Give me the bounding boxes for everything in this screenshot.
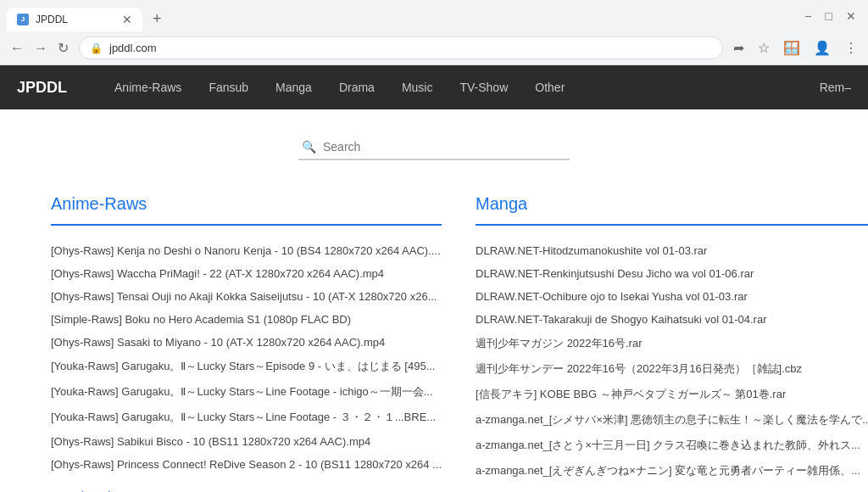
window-minimize-button[interactable]: − — [799, 8, 816, 25]
search-box: 🔍 — [298, 135, 570, 160]
list-item[interactable]: [Ohys-Raws] Kenja no Deshi o Nanoru Kenj… — [51, 239, 442, 262]
window-close-button[interactable]: ✕ — [841, 8, 861, 25]
list-item[interactable]: [信長アキラ] KOBE BBG ～神戸ベタプミガールズ～ 第01巻.rar — [476, 382, 868, 407]
menu-button[interactable]: ⋮ — [841, 36, 861, 59]
list-item[interactable]: a-zmanga.net_[えぞぎんぎつね×ナニン] 変な竜と元勇者パーティー雑… — [476, 458, 868, 484]
list-item[interactable]: DLRAW.NET-Renkinjutsushi Desu Jicho wa v… — [476, 262, 868, 285]
site-navbar: JPDDL Anime-Raws Fansub Manga Drama Musi… — [0, 65, 868, 109]
list-item[interactable]: 週刊少年サンデー 2022年16号（2022年3月16日発売）［雑誌].cbz — [476, 356, 868, 382]
list-item[interactable]: DLRAW.NET-Takarakuji de Shogyo Kaihatsuk… — [476, 308, 868, 331]
list-item[interactable]: [Ohys-Raws] Tensai Ouji no Akaji Kokka S… — [51, 285, 442, 308]
refresh-button[interactable]: ↻ — [54, 36, 72, 59]
nav-link-drama[interactable]: Drama — [326, 67, 388, 108]
tab-close-button[interactable]: ✕ — [122, 13, 132, 26]
manga-section: Manga DLRAW.NET-Hitodzumanokushite vol 0… — [459, 186, 868, 492]
manga-divider — [476, 224, 868, 226]
anime-raws-title: Anime-Raws — [51, 194, 442, 214]
tab-favicon: J — [17, 14, 29, 25]
list-item[interactable]: [Youka-Raws] Garugaku。Ⅱ～Lucky Stars～Epis… — [51, 354, 442, 379]
forward-button[interactable]: → — [31, 36, 51, 59]
manga-list: DLRAW.NET-Hitodzumanokushite vol 01-03.r… — [476, 239, 868, 484]
anime-raws-list: [Ohys-Raws] Kenja no Deshi o Nanoru Kenj… — [51, 239, 442, 476]
extensions-button[interactable]: 🪟 — [780, 36, 804, 59]
content-area: Anime-Raws [Ohys-Raws] Kenja no Deshi o … — [0, 177, 868, 492]
browser-tab[interactable]: J JPDDL ✕ — [7, 8, 142, 31]
nav-link-other[interactable]: Other — [521, 67, 578, 108]
manga-title: Manga — [476, 194, 868, 214]
share-button[interactable]: ➦ — [730, 36, 748, 59]
new-tab-button[interactable]: + — [146, 7, 169, 31]
nav-right-link[interactable]: Rem– — [820, 81, 851, 94]
nav-link-fansub[interactable]: Fansub — [195, 67, 262, 108]
list-item[interactable]: [Ohys-Raws] Waccha PriMagi! - 22 (AT-X 1… — [51, 262, 442, 285]
window-maximize-button[interactable]: □ — [821, 8, 837, 25]
list-item[interactable]: [Ohys-Raws] Princess Connect! ReDive Sea… — [51, 453, 442, 476]
search-input[interactable] — [323, 140, 566, 154]
list-item[interactable]: [Ohys-Raws] Sasaki to Miyano - 10 (AT-X … — [51, 331, 442, 354]
list-item[interactable]: DLRAW.NET-Hitodzumanokushite vol 01-03.r… — [476, 239, 868, 262]
anime-raws-section: Anime-Raws [Ohys-Raws] Kenja no Deshi o … — [34, 186, 459, 492]
list-item[interactable]: 週刊少年マガジン 2022年16号.rar — [476, 331, 868, 356]
nav-link-anime-raws[interactable]: Anime-Raws — [101, 67, 195, 108]
address-bar[interactable]: 🔒 jpddl.com — [79, 36, 723, 59]
list-item[interactable]: [Simple-Raws] Boku no Hero Academia S1 (… — [51, 308, 442, 331]
search-icon: 🔍 — [302, 140, 316, 154]
lock-icon: 🔒 — [90, 42, 103, 54]
search-area: 🔍 — [0, 109, 868, 177]
nav-links: Anime-Raws Fansub Manga Drama Music TV-S… — [101, 67, 820, 108]
nav-link-tvshow[interactable]: TV-Show — [446, 67, 521, 108]
bookmark-button[interactable]: ☆ — [754, 36, 773, 59]
list-item[interactable]: a-zmanga.net_[さとう×十三月一日] クラス召喚に巻き込まれた教師、… — [476, 433, 868, 458]
list-item[interactable]: [Ohys-Raws] Sabikui Bisco - 10 (BS11 128… — [51, 430, 442, 453]
list-item[interactable]: [Youka-Raws] Garugaku。Ⅱ～Lucky Stars～Line… — [51, 379, 442, 405]
back-button[interactable]: ← — [7, 36, 27, 59]
list-item[interactable]: a-zmanga.net_[シメサバ×米津] 悪徳領主の息子に転生！～楽しく魔法… — [476, 407, 868, 433]
list-item[interactable]: DLRAW.NET-Ochibure ojo to Isekai Yusha v… — [476, 285, 868, 308]
tab-title: JPDDL — [36, 14, 115, 25]
nav-link-music[interactable]: Music — [388, 67, 447, 108]
anime-raws-divider — [51, 224, 442, 226]
nav-link-manga[interactable]: Manga — [262, 67, 326, 108]
profile-button[interactable]: 👤 — [810, 36, 834, 59]
address-text: jpddl.com — [109, 42, 157, 54]
list-item[interactable]: [Youka-Raws] Garugaku。Ⅱ～Lucky Stars～Line… — [51, 405, 442, 430]
site-logo[interactable]: JPDDL — [17, 79, 67, 97]
